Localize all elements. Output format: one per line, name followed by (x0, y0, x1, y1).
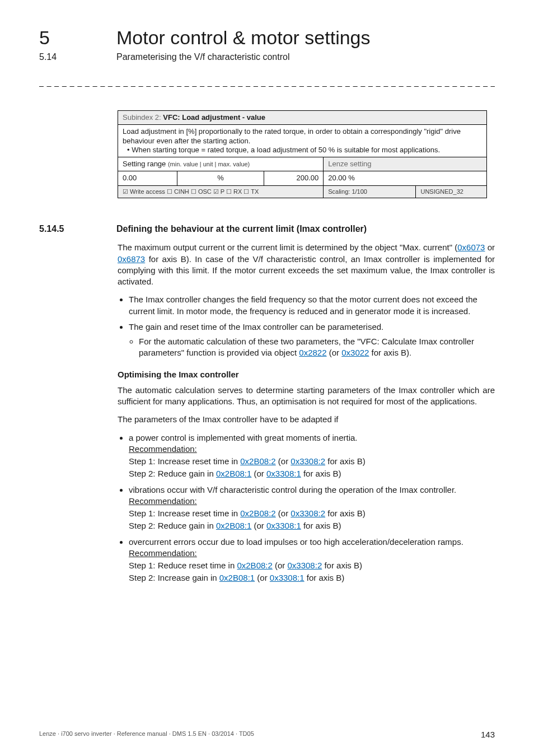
list-item: vibrations occur with V/f characteristic… (129, 484, 495, 532)
access-flags: ☑ Write access ☐ CINH ☐ OSC ☑ P ☐ RX ☐ T… (118, 185, 324, 198)
text: (or (273, 561, 288, 570)
text: for axis B). (369, 348, 411, 357)
case-lead: overcurrent errors occur due to load imp… (129, 537, 463, 547)
list-item: For the automatic calculation of these t… (139, 336, 495, 359)
text: for axis B) (301, 469, 341, 478)
chapter-number: 5 (39, 27, 90, 49)
text: for axis B) (325, 508, 366, 518)
text: (or (327, 348, 342, 357)
setting-range-label: Setting range (min. value | unit | max. … (118, 157, 324, 171)
table-title-row: Subindex 2: VFC: Load adjustment - value (118, 111, 487, 125)
link-0x2B08-1[interactable]: 0x2B08:1 (216, 469, 251, 478)
unit-value: % (177, 171, 264, 185)
table-title-prefix: Subindex 2: (123, 113, 163, 122)
list-item: The Imax controller changes the field fr… (129, 294, 495, 317)
text: Step 1: Increase reset time in (129, 456, 240, 466)
case-lead: vibrations occur with V/f characteristic… (129, 485, 456, 494)
recommendation-label: Recommendation: (129, 548, 197, 558)
text: or (485, 242, 495, 252)
parameter-table: Subindex 2: VFC: Load adjustment - value… (118, 110, 487, 198)
link-0x3308-2[interactable]: 0x3308:2 (288, 561, 322, 570)
text: (or (251, 469, 266, 478)
text: (or (276, 456, 291, 466)
chapter-title: Motor control & motor settings (116, 27, 371, 49)
text: for axis B) (325, 456, 366, 466)
list-item: a power control is implemented with grea… (129, 432, 495, 480)
setting-range-main: Setting range (123, 160, 168, 168)
footer-text: Lenze · i700 servo inverter · Reference … (39, 730, 254, 737)
min-value: 0.00 (118, 171, 177, 185)
link-0x6073[interactable]: 0x6073 (457, 242, 485, 252)
max-value: 200.00 (264, 171, 323, 185)
lenze-value: 20.00 % (324, 171, 487, 185)
text: for axis B) (301, 521, 341, 530)
step-1: Step 1: Increase reset time in 0x2B08:2 … (129, 508, 495, 519)
step-2: Step 2: Reduce gain in 0x2B08:1 (or 0x33… (129, 520, 495, 531)
behaviour-list: The Imax controller changes the field fr… (118, 294, 495, 358)
text: for axis B) (305, 573, 345, 582)
step-1: Step 1: Increase reset time in 0x2B08:2 … (129, 456, 495, 467)
text: Step 2: Reduce gain in (129, 521, 216, 530)
data-type: UNSIGNED_32 (416, 185, 487, 198)
text: The gain and reset time of the Imax cont… (129, 322, 383, 332)
link-0x2B08-2[interactable]: 0x2B08:2 (237, 561, 272, 570)
link-0x2B08-1[interactable]: 0x2B08:1 (219, 573, 255, 582)
recommendation-label: Recommendation: (129, 496, 197, 506)
optimising-heading: Optimising the Imax controller (118, 369, 495, 380)
text: Step 1: Reduce reset time in (129, 561, 237, 570)
cases-list: a power control is implemented with grea… (118, 432, 495, 584)
list-item: overcurrent errors occur due to load imp… (129, 536, 495, 584)
link-0x6873[interactable]: 0x6873 (118, 254, 145, 264)
list-item: The gain and reset time of the Imax cont… (129, 321, 495, 359)
text: Step 1: Increase reset time in (129, 508, 240, 518)
table-description: Load adjustment in [%] proportionally to… (118, 125, 487, 157)
link-0x3308-1[interactable]: 0x3308:1 (270, 573, 305, 582)
link-0x2822[interactable]: 0x2822 (299, 348, 326, 357)
text: for axis B) (322, 561, 362, 570)
setting-range-small: (min. value | unit | max. value) (168, 161, 250, 167)
text: Step 2: Increase gain in (129, 573, 219, 582)
lenze-setting-label: Lenze setting (324, 157, 487, 171)
step-2: Step 2: Increase gain in 0x2B08:1 (or 0x… (129, 572, 495, 584)
link-0x3308-2[interactable]: 0x3308:2 (291, 456, 325, 466)
page-number: 143 (481, 730, 495, 739)
text: for axis B). In case of the V/f characte… (118, 254, 495, 287)
link-0x2B08-2[interactable]: 0x2B08:2 (240, 456, 275, 466)
link-0x3308-1[interactable]: 0x3308:1 (266, 521, 301, 530)
text: (or (276, 508, 291, 518)
section-number: 5.14.5 (39, 224, 90, 234)
subchapter-number: 5.14 (39, 52, 90, 62)
case-lead: a power control is implemented with grea… (129, 433, 358, 442)
text: (or (251, 521, 266, 530)
table-title-bold: VFC: Load adjustment - value (163, 113, 265, 122)
link-0x2B08-2[interactable]: 0x2B08:2 (240, 508, 275, 518)
link-0x2B08-1[interactable]: 0x2B08:1 (216, 521, 251, 530)
section-title: Defining the behaviour at the current li… (116, 224, 367, 234)
step-2: Step 2: Reduce gain in 0x2B08:1 (or 0x33… (129, 468, 495, 479)
link-0x3308-2[interactable]: 0x3308:2 (291, 508, 325, 518)
text: Step 2: Reduce gain in (129, 469, 216, 478)
text: (or (255, 573, 270, 582)
divider: _ _ _ _ _ _ _ _ _ _ _ _ _ _ _ _ _ _ _ _ … (39, 78, 495, 87)
text: The maximum output current or the curren… (118, 242, 457, 252)
subchapter-title: Parameterising the V/f characteristic co… (116, 52, 289, 62)
link-0x3022[interactable]: 0x3022 (341, 348, 369, 357)
scaling: Scaling: 1/100 (324, 185, 416, 198)
table-desc-bullet: • When starting torque = rated torque, a… (127, 146, 440, 155)
step-1: Step 1: Reduce reset time in 0x2B08:2 (o… (129, 560, 495, 571)
link-0x3308-1[interactable]: 0x3308:1 (266, 469, 301, 478)
table-desc-line1: Load adjustment in [%] proportionally to… (123, 127, 461, 144)
optimising-p2: The parameters of the Imax controller ha… (118, 414, 495, 425)
recommendation-label: Recommendation: (129, 444, 197, 454)
optimising-p1: The automatic calculation serves to dete… (118, 385, 495, 408)
intro-paragraph: The maximum output current or the curren… (118, 242, 495, 287)
